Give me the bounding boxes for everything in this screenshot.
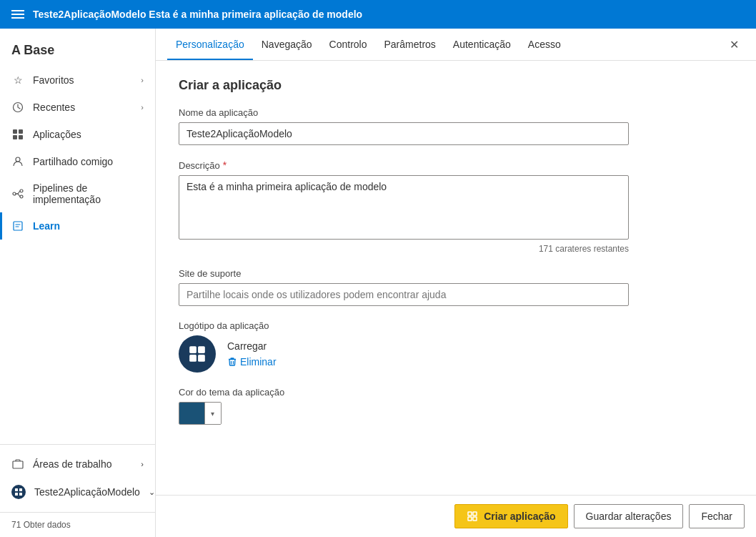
svg-point-6 bbox=[13, 192, 16, 195]
svg-rect-19 bbox=[468, 512, 472, 516]
svg-rect-3 bbox=[13, 135, 17, 139]
svg-rect-20 bbox=[473, 512, 477, 516]
tab-parametros[interactable]: Parâmetros bbox=[375, 29, 444, 60]
svg-rect-11 bbox=[15, 488, 18, 491]
theme-color-group: Cor do tema da aplicação ▾ bbox=[179, 387, 733, 425]
content-area: Personalização Navegação Controlo Parâme… bbox=[156, 29, 756, 537]
top-bar: Teste2AplicaçãoModelo Esta é a minha pri… bbox=[0, 0, 756, 29]
sidebar-item-partilhado[interactable]: Partilhado comigo bbox=[0, 148, 155, 175]
sidebar-item-label: Learn bbox=[33, 220, 60, 232]
sidebar: A Base ☆ Favoritos › Recentes › Aplicaçõ… bbox=[0, 29, 156, 537]
pipeline-icon bbox=[11, 187, 24, 200]
description-group: Descrição * Esta é a minha primeira apli… bbox=[179, 159, 733, 254]
sidebar-item-areas[interactable]: Áreas de trabalho › bbox=[0, 450, 155, 478]
recent-icon bbox=[11, 101, 24, 114]
apps-icon bbox=[11, 128, 24, 141]
svg-rect-1 bbox=[13, 129, 17, 134]
chevron-down-icon: ⌄ bbox=[149, 488, 155, 497]
sidebar-item-label: Pipelines de implementação bbox=[33, 182, 144, 205]
close-footer-button[interactable]: Fechar bbox=[689, 504, 745, 528]
sidebar-bottom: 71 Obter dados bbox=[0, 512, 155, 537]
close-button[interactable]: ✕ bbox=[724, 32, 745, 57]
color-chevron-icon: ▾ bbox=[204, 403, 221, 424]
app-name-group: Nome da aplicação bbox=[179, 107, 733, 145]
app-name-label: Nome da aplicação bbox=[179, 107, 733, 118]
create-app-button[interactable]: Criar aplicação bbox=[454, 504, 567, 528]
svg-point-5 bbox=[16, 157, 20, 162]
form-title: Criar a aplicação bbox=[179, 78, 733, 93]
logo-upload-button[interactable]: Carregar bbox=[227, 340, 277, 352]
sidebar-item-label: Partilhado comigo bbox=[33, 156, 113, 167]
sidebar-item-aplicacoes[interactable]: Aplicações bbox=[0, 121, 155, 148]
svg-rect-22 bbox=[473, 517, 477, 521]
sidebar-title: A Base bbox=[0, 29, 155, 66]
svg-rect-10 bbox=[13, 461, 23, 468]
sidebar-footer: Áreas de trabalho › Teste2AplicaçãoModel… bbox=[0, 444, 155, 512]
description-label: Descrição * bbox=[179, 159, 733, 171]
share-icon bbox=[11, 155, 24, 168]
get-data-label: 71 Obter dados bbox=[11, 520, 71, 530]
required-indicator: * bbox=[223, 159, 227, 171]
sidebar-item-label: Áreas de trabalho bbox=[33, 458, 112, 470]
support-site-group: Site de suporte bbox=[179, 268, 733, 306]
logo-delete-button[interactable]: Eliminar bbox=[227, 356, 277, 368]
tab-controlo[interactable]: Controlo bbox=[321, 29, 376, 60]
main-layout: A Base ☆ Favoritos › Recentes › Aplicaçõ… bbox=[0, 29, 756, 537]
tab-autenticacao[interactable]: Autenticação bbox=[444, 29, 519, 60]
theme-color-label: Cor do tema da aplicação bbox=[179, 387, 733, 398]
logo-label: Logótipo da aplicação bbox=[179, 320, 733, 331]
svg-rect-12 bbox=[19, 488, 22, 491]
sidebar-item-learn[interactable]: Learn bbox=[0, 212, 155, 240]
color-swatch bbox=[179, 403, 204, 424]
sidebar-item-pipelines[interactable]: Pipelines de implementação bbox=[0, 175, 155, 212]
hamburger-menu[interactable] bbox=[11, 10, 24, 19]
top-bar-title: Teste2AplicaçãoModelo Esta é a minha pri… bbox=[33, 9, 362, 20]
svg-rect-18 bbox=[198, 355, 205, 362]
logo-actions: Carregar Eliminar bbox=[227, 340, 277, 368]
sidebar-item-recentes[interactable]: Recentes › bbox=[0, 94, 155, 121]
sidebar-nav: ☆ Favoritos › Recentes › Aplicações bbox=[0, 66, 155, 444]
svg-rect-9 bbox=[14, 222, 22, 230]
learn-icon bbox=[11, 220, 24, 232]
support-site-label: Site de suporte bbox=[179, 268, 733, 279]
sidebar-item-label: Favoritos bbox=[33, 74, 74, 86]
tab-acesso[interactable]: Acesso bbox=[519, 29, 570, 60]
color-section: ▾ bbox=[179, 402, 733, 425]
logo-section: Carregar Eliminar bbox=[179, 335, 733, 373]
sidebar-item-label: Recentes bbox=[33, 102, 75, 113]
app-name-input[interactable] bbox=[179, 122, 629, 145]
svg-rect-4 bbox=[19, 135, 23, 139]
sidebar-item-label: Teste2AplicaçãoModelo bbox=[34, 486, 140, 498]
app-model-icon bbox=[11, 485, 26, 499]
save-changes-button[interactable]: Guardar alterações bbox=[574, 504, 684, 528]
svg-rect-2 bbox=[19, 129, 23, 134]
support-site-input[interactable] bbox=[179, 283, 629, 306]
sidebar-item-favoritos[interactable]: ☆ Favoritos › bbox=[0, 66, 155, 94]
chevron-right-icon: › bbox=[141, 460, 144, 468]
modal-panel: Personalização Navegação Controlo Parâme… bbox=[156, 29, 756, 537]
color-picker-button[interactable]: ▾ bbox=[179, 402, 222, 425]
svg-rect-21 bbox=[468, 517, 472, 521]
svg-point-8 bbox=[20, 195, 23, 198]
description-textarea[interactable]: Esta é a minha primeira aplicação de mod… bbox=[179, 175, 629, 240]
chevron-right-icon: › bbox=[141, 103, 144, 112]
tab-navegacao[interactable]: Navegação bbox=[253, 29, 321, 60]
modal-footer: Criar aplicação Guardar alterações Fecha… bbox=[156, 495, 756, 537]
chevron-right-icon: › bbox=[141, 76, 144, 84]
svg-rect-16 bbox=[198, 346, 205, 353]
svg-rect-14 bbox=[19, 493, 22, 496]
svg-rect-13 bbox=[15, 493, 18, 496]
app-logo bbox=[179, 335, 216, 373]
form-area: Criar a aplicação Nome da aplicação Desc… bbox=[156, 61, 756, 495]
svg-rect-17 bbox=[189, 355, 197, 362]
sidebar-item-label: Aplicações bbox=[33, 129, 81, 140]
char-count: 171 carateres restantes bbox=[179, 244, 629, 254]
sidebar-item-app-model[interactable]: Teste2AplicaçãoModelo ⌄ bbox=[0, 478, 155, 506]
tabs-bar: Personalização Navegação Controlo Parâme… bbox=[156, 29, 756, 61]
svg-point-7 bbox=[20, 189, 23, 192]
create-app-label: Criar aplicação bbox=[484, 511, 555, 522]
star-icon: ☆ bbox=[11, 74, 24, 87]
workspace-icon bbox=[11, 458, 24, 471]
tab-personalizacao[interactable]: Personalização bbox=[167, 29, 253, 60]
logo-group: Logótipo da aplicação Carregar Eliminar bbox=[179, 320, 733, 373]
